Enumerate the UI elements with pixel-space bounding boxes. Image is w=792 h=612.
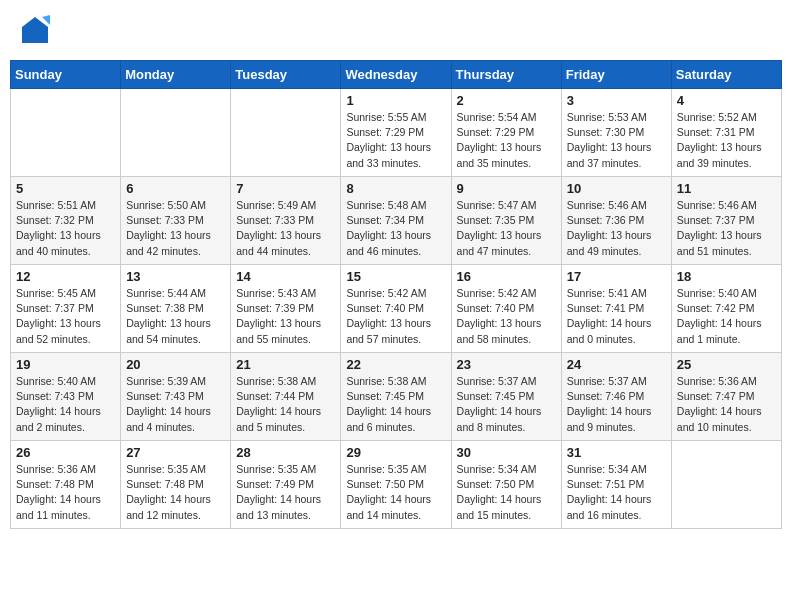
calendar-cell: 25Sunrise: 5:36 AMSunset: 7:47 PMDayligh… [671, 353, 781, 441]
cell-content: Sunrise: 5:37 AMSunset: 7:45 PMDaylight:… [457, 374, 556, 435]
calendar-cell: 22Sunrise: 5:38 AMSunset: 7:45 PMDayligh… [341, 353, 451, 441]
column-header-saturday: Saturday [671, 61, 781, 89]
calendar-cell: 5Sunrise: 5:51 AMSunset: 7:32 PMDaylight… [11, 177, 121, 265]
calendar-cell: 15Sunrise: 5:42 AMSunset: 7:40 PMDayligh… [341, 265, 451, 353]
calendar-cell [121, 89, 231, 177]
day-number: 17 [567, 269, 666, 284]
cell-content: Sunrise: 5:36 AMSunset: 7:48 PMDaylight:… [16, 462, 115, 523]
cell-content: Sunrise: 5:46 AMSunset: 7:37 PMDaylight:… [677, 198, 776, 259]
calendar-cell: 21Sunrise: 5:38 AMSunset: 7:44 PMDayligh… [231, 353, 341, 441]
calendar-week-row: 26Sunrise: 5:36 AMSunset: 7:48 PMDayligh… [11, 441, 782, 529]
logo-icon [20, 15, 50, 45]
day-number: 9 [457, 181, 556, 196]
column-header-tuesday: Tuesday [231, 61, 341, 89]
cell-content: Sunrise: 5:40 AMSunset: 7:42 PMDaylight:… [677, 286, 776, 347]
calendar-cell: 19Sunrise: 5:40 AMSunset: 7:43 PMDayligh… [11, 353, 121, 441]
column-header-sunday: Sunday [11, 61, 121, 89]
calendar-cell: 30Sunrise: 5:34 AMSunset: 7:50 PMDayligh… [451, 441, 561, 529]
cell-content: Sunrise: 5:38 AMSunset: 7:44 PMDaylight:… [236, 374, 335, 435]
column-header-friday: Friday [561, 61, 671, 89]
day-number: 16 [457, 269, 556, 284]
day-number: 22 [346, 357, 445, 372]
day-number: 24 [567, 357, 666, 372]
calendar-cell: 31Sunrise: 5:34 AMSunset: 7:51 PMDayligh… [561, 441, 671, 529]
calendar-cell: 8Sunrise: 5:48 AMSunset: 7:34 PMDaylight… [341, 177, 451, 265]
cell-content: Sunrise: 5:43 AMSunset: 7:39 PMDaylight:… [236, 286, 335, 347]
cell-content: Sunrise: 5:35 AMSunset: 7:48 PMDaylight:… [126, 462, 225, 523]
calendar-cell: 23Sunrise: 5:37 AMSunset: 7:45 PMDayligh… [451, 353, 561, 441]
calendar-cell: 20Sunrise: 5:39 AMSunset: 7:43 PMDayligh… [121, 353, 231, 441]
cell-content: Sunrise: 5:54 AMSunset: 7:29 PMDaylight:… [457, 110, 556, 171]
cell-content: Sunrise: 5:41 AMSunset: 7:41 PMDaylight:… [567, 286, 666, 347]
day-number: 10 [567, 181, 666, 196]
calendar-cell: 12Sunrise: 5:45 AMSunset: 7:37 PMDayligh… [11, 265, 121, 353]
calendar-cell: 3Sunrise: 5:53 AMSunset: 7:30 PMDaylight… [561, 89, 671, 177]
column-header-thursday: Thursday [451, 61, 561, 89]
calendar-header-row: SundayMondayTuesdayWednesdayThursdayFrid… [11, 61, 782, 89]
calendar-cell: 17Sunrise: 5:41 AMSunset: 7:41 PMDayligh… [561, 265, 671, 353]
day-number: 7 [236, 181, 335, 196]
cell-content: Sunrise: 5:50 AMSunset: 7:33 PMDaylight:… [126, 198, 225, 259]
calendar-cell: 18Sunrise: 5:40 AMSunset: 7:42 PMDayligh… [671, 265, 781, 353]
calendar-cell: 28Sunrise: 5:35 AMSunset: 7:49 PMDayligh… [231, 441, 341, 529]
cell-content: Sunrise: 5:37 AMSunset: 7:46 PMDaylight:… [567, 374, 666, 435]
calendar-cell: 26Sunrise: 5:36 AMSunset: 7:48 PMDayligh… [11, 441, 121, 529]
cell-content: Sunrise: 5:34 AMSunset: 7:51 PMDaylight:… [567, 462, 666, 523]
calendar-cell: 29Sunrise: 5:35 AMSunset: 7:50 PMDayligh… [341, 441, 451, 529]
cell-content: Sunrise: 5:39 AMSunset: 7:43 PMDaylight:… [126, 374, 225, 435]
day-number: 23 [457, 357, 556, 372]
day-number: 5 [16, 181, 115, 196]
day-number: 12 [16, 269, 115, 284]
column-header-monday: Monday [121, 61, 231, 89]
day-number: 15 [346, 269, 445, 284]
calendar-cell [11, 89, 121, 177]
calendar-cell: 7Sunrise: 5:49 AMSunset: 7:33 PMDaylight… [231, 177, 341, 265]
cell-content: Sunrise: 5:51 AMSunset: 7:32 PMDaylight:… [16, 198, 115, 259]
calendar-cell: 24Sunrise: 5:37 AMSunset: 7:46 PMDayligh… [561, 353, 671, 441]
cell-content: Sunrise: 5:42 AMSunset: 7:40 PMDaylight:… [346, 286, 445, 347]
calendar-week-row: 5Sunrise: 5:51 AMSunset: 7:32 PMDaylight… [11, 177, 782, 265]
calendar-cell: 27Sunrise: 5:35 AMSunset: 7:48 PMDayligh… [121, 441, 231, 529]
cell-content: Sunrise: 5:40 AMSunset: 7:43 PMDaylight:… [16, 374, 115, 435]
day-number: 1 [346, 93, 445, 108]
svg-marker-0 [22, 17, 48, 43]
cell-content: Sunrise: 5:52 AMSunset: 7:31 PMDaylight:… [677, 110, 776, 171]
calendar-week-row: 1Sunrise: 5:55 AMSunset: 7:29 PMDaylight… [11, 89, 782, 177]
day-number: 3 [567, 93, 666, 108]
cell-content: Sunrise: 5:35 AMSunset: 7:50 PMDaylight:… [346, 462, 445, 523]
day-number: 21 [236, 357, 335, 372]
cell-content: Sunrise: 5:53 AMSunset: 7:30 PMDaylight:… [567, 110, 666, 171]
day-number: 20 [126, 357, 225, 372]
cell-content: Sunrise: 5:42 AMSunset: 7:40 PMDaylight:… [457, 286, 556, 347]
calendar-cell: 2Sunrise: 5:54 AMSunset: 7:29 PMDaylight… [451, 89, 561, 177]
day-number: 4 [677, 93, 776, 108]
day-number: 26 [16, 445, 115, 460]
cell-content: Sunrise: 5:45 AMSunset: 7:37 PMDaylight:… [16, 286, 115, 347]
calendar-cell [671, 441, 781, 529]
day-number: 8 [346, 181, 445, 196]
day-number: 27 [126, 445, 225, 460]
cell-content: Sunrise: 5:46 AMSunset: 7:36 PMDaylight:… [567, 198, 666, 259]
calendar-cell: 6Sunrise: 5:50 AMSunset: 7:33 PMDaylight… [121, 177, 231, 265]
cell-content: Sunrise: 5:38 AMSunset: 7:45 PMDaylight:… [346, 374, 445, 435]
calendar-week-row: 12Sunrise: 5:45 AMSunset: 7:37 PMDayligh… [11, 265, 782, 353]
calendar-cell: 14Sunrise: 5:43 AMSunset: 7:39 PMDayligh… [231, 265, 341, 353]
calendar-table: SundayMondayTuesdayWednesdayThursdayFrid… [10, 60, 782, 529]
day-number: 29 [346, 445, 445, 460]
day-number: 6 [126, 181, 225, 196]
page-header [10, 10, 782, 50]
day-number: 11 [677, 181, 776, 196]
cell-content: Sunrise: 5:35 AMSunset: 7:49 PMDaylight:… [236, 462, 335, 523]
cell-content: Sunrise: 5:55 AMSunset: 7:29 PMDaylight:… [346, 110, 445, 171]
logo [20, 15, 54, 45]
day-number: 14 [236, 269, 335, 284]
day-number: 25 [677, 357, 776, 372]
cell-content: Sunrise: 5:44 AMSunset: 7:38 PMDaylight:… [126, 286, 225, 347]
calendar-cell: 13Sunrise: 5:44 AMSunset: 7:38 PMDayligh… [121, 265, 231, 353]
day-number: 2 [457, 93, 556, 108]
day-number: 19 [16, 357, 115, 372]
cell-content: Sunrise: 5:36 AMSunset: 7:47 PMDaylight:… [677, 374, 776, 435]
calendar-cell: 1Sunrise: 5:55 AMSunset: 7:29 PMDaylight… [341, 89, 451, 177]
day-number: 28 [236, 445, 335, 460]
column-header-wednesday: Wednesday [341, 61, 451, 89]
